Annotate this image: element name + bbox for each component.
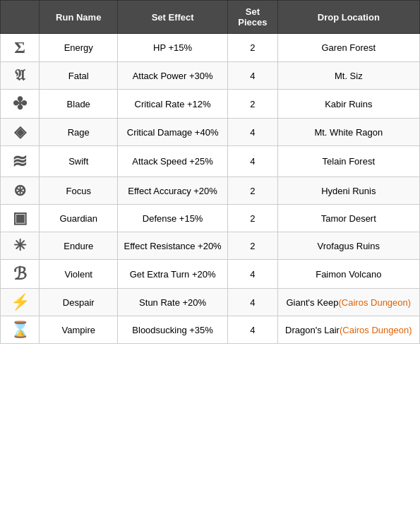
location-text: Giant's Keep — [286, 297, 338, 308]
header-icon — [1, 1, 40, 34]
set-pieces: 2 — [228, 232, 277, 260]
table-row: ΣEnergyHP +15%2Garen Forest — [1, 34, 420, 62]
rune-icon: ℬ — [13, 264, 27, 284]
drop-location: Mt. Siz — [277, 62, 419, 90]
drop-location: Dragon's Lair(Cairos Dungeon) — [277, 316, 419, 344]
rune-icon-cell: ⊛ — [1, 177, 40, 205]
rune-table: Run Name Set Effect Set Pieces Drop Loca… — [0, 0, 420, 344]
rune-icon-cell: ✳ — [1, 232, 40, 260]
set-effect: Attack Power +30% — [118, 62, 228, 90]
drop-location: Garen Forest — [277, 34, 419, 62]
set-effect: HP +15% — [118, 34, 228, 62]
set-pieces: 4 — [228, 146, 277, 177]
set-pieces: 4 — [228, 62, 277, 90]
rune-icon-cell: Σ — [1, 34, 40, 62]
set-effect: Get Extra Turn +20% — [118, 260, 228, 289]
table-row: ⌛VampireBloodsucking +35%4Dragon's Lair(… — [1, 316, 420, 344]
set-pieces: 2 — [228, 34, 277, 62]
rune-icon-cell: ✤ — [1, 90, 40, 119]
table-row: ⊛FocusEffect Accuracy +20%2Hydeni Runis — [1, 177, 420, 205]
rune-icon: ⊛ — [13, 181, 26, 200]
set-pieces: 4 — [228, 119, 277, 146]
rune-icon: ▣ — [13, 209, 28, 227]
run-name: Rage — [40, 119, 118, 146]
rune-icon-cell: 𝔄 — [1, 62, 40, 90]
header-set-pieces: Set Pieces — [228, 1, 277, 34]
set-pieces: 4 — [228, 289, 277, 316]
run-name: Swift — [40, 146, 118, 177]
drop-location: Giant's Keep(Cairos Dungeon) — [277, 289, 419, 316]
set-effect: Effect Accuracy +20% — [118, 177, 228, 205]
run-name: Fatal — [40, 62, 118, 90]
rune-icon: Σ — [14, 38, 25, 57]
drop-location: Vrofagus Ruins — [277, 232, 419, 260]
table-row: ≋SwiftAttack Speed +25%4Telain Forest — [1, 146, 420, 177]
header-run-name: Run Name — [40, 1, 118, 34]
rune-icon: 𝔄 — [15, 66, 25, 85]
run-name: Vampire — [40, 316, 118, 344]
table-row: ✳EndureEffect Resistance +20%2Vrofagus R… — [1, 232, 420, 260]
run-name: Blade — [40, 90, 118, 119]
rune-icon-cell: ⌛ — [1, 316, 40, 344]
rune-icon: ✳ — [13, 237, 26, 255]
drop-location: Kabir Ruins — [277, 90, 419, 119]
set-pieces: 4 — [228, 260, 277, 289]
set-effect: Effect Resistance +20% — [118, 232, 228, 260]
table-row: ◈RageCritical Damage +40%4Mt. White Rago… — [1, 119, 420, 146]
set-pieces: 2 — [228, 90, 277, 119]
rune-icon: ≋ — [12, 150, 28, 172]
set-pieces: 2 — [228, 177, 277, 205]
rune-icon: ✤ — [13, 94, 27, 114]
set-effect: Defense +15% — [118, 205, 228, 232]
rune-icon: ⚡ — [11, 293, 30, 311]
drop-location: Hydeni Runis — [277, 177, 419, 205]
set-effect: Attack Speed +25% — [118, 146, 228, 177]
cairos-dungeon-label: (Cairos Dungeon) — [339, 297, 412, 308]
set-effect: Critical Rate +12% — [118, 90, 228, 119]
cairos-dungeon-label: (Cairos Dungeon) — [340, 325, 412, 335]
run-name: Violent — [40, 260, 118, 289]
rune-icon-cell: ≋ — [1, 146, 40, 177]
table-row: ▣GuardianDefense +15%2Tamor Desert — [1, 205, 420, 232]
run-name: Energy — [40, 34, 118, 62]
drop-location: Mt. White Ragon — [277, 119, 419, 146]
drop-location: Telain Forest — [277, 146, 419, 177]
table-row: ✤BladeCritical Rate +12%2Kabir Ruins — [1, 90, 420, 119]
header-set-effect: Set Effect — [118, 1, 228, 34]
rune-icon-cell: ◈ — [1, 119, 40, 146]
run-name: Endure — [40, 232, 118, 260]
table-header-row: Run Name Set Effect Set Pieces Drop Loca… — [1, 1, 420, 34]
rune-icon-cell: ▣ — [1, 205, 40, 232]
set-effect: Stun Rate +20% — [118, 289, 228, 316]
rune-table-container: Run Name Set Effect Set Pieces Drop Loca… — [0, 0, 420, 344]
header-drop-location: Drop Location — [277, 1, 419, 34]
table-body: ΣEnergyHP +15%2Garen Forest𝔄FatalAttack … — [1, 34, 420, 344]
set-effect: Critical Damage +40% — [118, 119, 228, 146]
drop-location: Faimon Volcano — [277, 260, 419, 289]
rune-icon: ⌛ — [11, 321, 30, 339]
set-pieces: 4 — [228, 316, 277, 344]
run-name: Despair — [40, 289, 118, 316]
table-row: 𝔄FatalAttack Power +30%4Mt. Siz — [1, 62, 420, 90]
rune-icon-cell: ℬ — [1, 260, 40, 289]
location-text: Dragon's Lair — [285, 325, 340, 335]
run-name: Guardian — [40, 205, 118, 232]
set-effect: Bloodsucking +35% — [118, 316, 228, 344]
set-pieces: 2 — [228, 205, 277, 232]
drop-location: Tamor Desert — [277, 205, 419, 232]
table-row: ℬViolentGet Extra Turn +20%4Faimon Volca… — [1, 260, 420, 289]
run-name: Focus — [40, 177, 118, 205]
rune-icon: ◈ — [14, 123, 26, 141]
table-row: ⚡DespairStun Rate +20%4Giant's Keep(Cair… — [1, 289, 420, 316]
rune-icon-cell: ⚡ — [1, 289, 40, 316]
